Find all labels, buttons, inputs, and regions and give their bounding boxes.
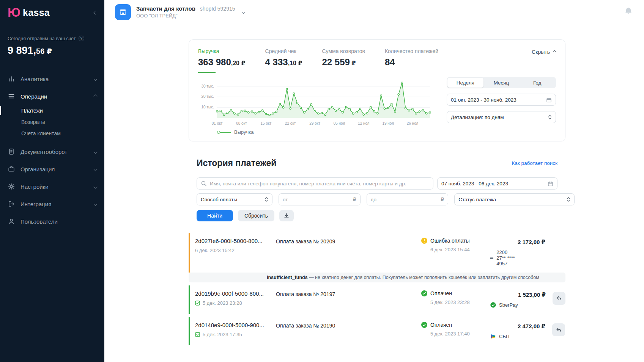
legend-line-marker-icon bbox=[217, 132, 231, 133]
payment-error-note: insufficient_funds — не хватило денег дл… bbox=[189, 273, 565, 282]
download-icon bbox=[283, 213, 290, 219]
briefcase-icon bbox=[8, 165, 15, 173]
chart-date-range-value[interactable] bbox=[451, 97, 543, 103]
payment-method-select[interactable]: Способ оплаты bbox=[197, 193, 272, 205]
svg-text:05 ноя: 05 ноя bbox=[334, 121, 345, 125]
sidebar-subitem-invoices[interactable]: Счета клиентам bbox=[0, 128, 104, 139]
shop-switcher-chevron-icon[interactable] bbox=[241, 10, 245, 14]
integration-icon bbox=[8, 200, 15, 208]
page-content: Выручка 363 980,20 ₽ Средний чек 4 333,1… bbox=[104, 24, 644, 362]
updown-arrows-icon bbox=[567, 197, 570, 202]
metric-revenue[interactable]: Выручка 363 980,20 ₽ bbox=[198, 48, 246, 73]
ruble-sign: ₽ bbox=[441, 196, 444, 202]
tab-year[interactable]: Год bbox=[519, 78, 555, 88]
sidebar-item-organization[interactable]: Организация bbox=[0, 160, 104, 178]
payout-amount-kopecks: 56 ₽ bbox=[36, 47, 52, 55]
sidebar-item-operations[interactable]: Операции bbox=[0, 88, 104, 105]
download-button[interactable] bbox=[279, 210, 294, 221]
chart-legend: Выручка bbox=[217, 129, 433, 135]
payment-row[interactable]: 2d027fe6-000f-5000-800... 6 дек. 2023 15… bbox=[189, 233, 565, 282]
gear-icon bbox=[8, 183, 15, 190]
sidebar-item-analytics[interactable]: Аналитика bbox=[0, 70, 104, 88]
app-root: Ю kassa Сегодня отправим на ваш счёт ? 9… bbox=[0, 0, 644, 362]
chevron-up-icon bbox=[553, 50, 557, 54]
refund-button[interactable] bbox=[553, 292, 565, 305]
metric-label: Выручка bbox=[198, 48, 246, 54]
revenue-chart-area: 10 тыс.20 тыс.30 тыс.01 окт08 окт15 окт2… bbox=[198, 77, 433, 135]
search-input[interactable] bbox=[210, 181, 429, 186]
sidebar-item-settings[interactable]: Настройки bbox=[0, 178, 104, 195]
tab-month[interactable]: Месяц bbox=[483, 78, 520, 88]
sidebar-collapse-icon[interactable] bbox=[94, 11, 98, 14]
sidebar-item-integration[interactable]: Интеграция bbox=[0, 195, 104, 213]
shop-info[interactable]: Запчасти для котлов shopId 592915 ООО "О… bbox=[136, 5, 235, 19]
chevron-down-icon bbox=[94, 202, 98, 206]
amount-to-input[interactable] bbox=[371, 197, 438, 202]
document-icon bbox=[8, 148, 15, 155]
search-field[interactable] bbox=[197, 177, 433, 190]
chevron-down-icon bbox=[94, 167, 98, 171]
svg-text:12 ноя: 12 ноя bbox=[358, 121, 369, 125]
sidebar-subitem-payments[interactable]: Платежи bbox=[0, 105, 104, 116]
refund-button[interactable] bbox=[552, 323, 565, 336]
amount-from-field[interactable]: ₽ bbox=[279, 193, 361, 205]
page-title: История платежей bbox=[197, 158, 276, 168]
history-date-range-value[interactable] bbox=[441, 181, 545, 186]
tab-week[interactable]: Неделя bbox=[447, 78, 483, 88]
search-help-link[interactable]: Как работает поиск bbox=[512, 160, 557, 166]
refund-arrow-icon bbox=[556, 295, 562, 301]
reset-button[interactable]: Сбросить bbox=[238, 210, 274, 221]
detail-level-select[interactable]: Детализация: по дням bbox=[447, 111, 556, 123]
shop-avatar[interactable] bbox=[115, 4, 131, 20]
chevron-down-icon bbox=[94, 150, 98, 154]
amount-to-field[interactable]: ₽ bbox=[367, 193, 449, 205]
metric-payments-count[interactable]: Количество платежей 84 bbox=[385, 48, 438, 67]
detail-level-value: Детализация: по дням bbox=[451, 114, 504, 120]
metric-average-check[interactable]: Средний чек 4 333,10 ₽ bbox=[265, 48, 302, 67]
metric-label: Количество платежей bbox=[385, 48, 438, 54]
notifications-bell-icon[interactable] bbox=[624, 6, 633, 18]
card-icon bbox=[490, 256, 493, 260]
yookassa-logo[interactable]: Ю kassa bbox=[8, 6, 50, 19]
payout-block: Сегодня отправим на ваш счёт ? 9 891,56 … bbox=[0, 36, 104, 56]
payment-status-value: Статус платежа bbox=[458, 197, 496, 202]
sberpay-icon bbox=[490, 302, 496, 308]
revenue-line-chart[interactable]: 10 тыс.20 тыс.30 тыс.01 окт08 окт15 окт2… bbox=[198, 77, 433, 128]
search-button[interactable]: Найти bbox=[197, 210, 233, 221]
svg-text:10 тыс.: 10 тыс. bbox=[202, 105, 214, 109]
amount-from-input[interactable] bbox=[283, 197, 350, 202]
list-icon bbox=[8, 92, 15, 100]
payment-status-select[interactable]: Статус платежа bbox=[454, 193, 575, 205]
payment-status: Оплачен bbox=[421, 322, 490, 328]
metric-refunds-sum[interactable]: Сумма возвратов 22 559 ₽ bbox=[322, 48, 365, 67]
payment-method: СБП bbox=[490, 322, 518, 339]
sidebar-item-users[interactable]: Пользователи bbox=[0, 213, 104, 230]
payout-amount: 9 891,56 ₽ bbox=[8, 45, 97, 56]
payment-id[interactable]: 2d0148e9-000f-5000-900... bbox=[195, 322, 276, 328]
payment-id[interactable]: 2d027fe6-000f-5000-800... bbox=[195, 238, 276, 244]
user-icon bbox=[8, 218, 15, 225]
payment-row[interactable]: 2d0148e9-000f-5000-900... 5 дек. 2023 17… bbox=[189, 317, 565, 345]
sidebar-subitem-label: Счета клиентам bbox=[21, 130, 61, 136]
warning-icon bbox=[421, 238, 427, 244]
chevron-up-icon bbox=[94, 94, 98, 98]
success-check-icon bbox=[421, 322, 427, 328]
main-area: Запчасти для котлов shopId 592915 ООО "О… bbox=[104, 0, 644, 362]
metric-label: Средний чек bbox=[265, 48, 302, 54]
history-date-range-input[interactable] bbox=[437, 177, 557, 190]
sidebar-item-label: Операции bbox=[20, 93, 47, 100]
hide-label: Скрыть bbox=[532, 49, 550, 55]
payment-created: 5 дек. 2023 17:35 bbox=[195, 332, 276, 337]
hide-chart-button[interactable]: Скрыть bbox=[532, 48, 556, 55]
sidebar-item-documents[interactable]: Документооборот bbox=[0, 143, 104, 160]
help-icon[interactable]: ? bbox=[79, 36, 84, 41]
chart-date-range-input[interactable] bbox=[447, 94, 556, 106]
sbp-icon bbox=[490, 334, 496, 339]
sidebar-item-label: Аналитика bbox=[20, 76, 49, 82]
chevron-down-icon bbox=[94, 77, 98, 81]
company-name: ООО "ОЛ ТРЕЙД" bbox=[136, 13, 235, 19]
payment-row[interactable]: 2d019b9c-000f-5000-800... 5 дек. 2023 23… bbox=[189, 285, 565, 314]
payment-id[interactable]: 2d019b9c-000f-5000-800... bbox=[195, 290, 276, 297]
sidebar-subitem-refunds[interactable]: Возвраты bbox=[0, 116, 104, 128]
metric-suffix: ,10 ₽ bbox=[288, 60, 302, 66]
